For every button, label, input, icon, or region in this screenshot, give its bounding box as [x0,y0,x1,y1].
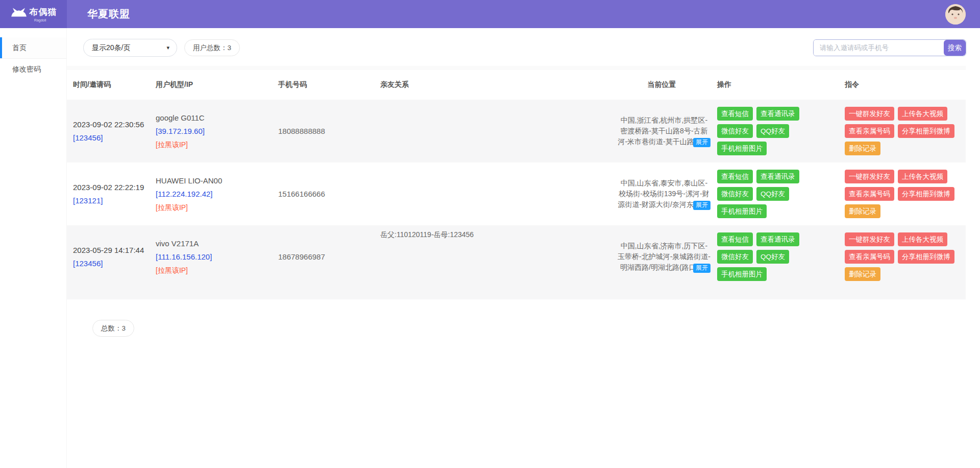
view-sms-button[interactable]: 查看短信 [717,107,753,121]
table-row: 2023-09-02 22:30:56 [123456] google G011… [67,100,966,162]
row-time: 2023-09-02 22:22:19 [73,181,144,194]
operations-group: 查看短信 查看通讯录 微信好友 QQ好友 手机相册图片 [717,232,837,281]
delete-record-button[interactable]: 删除记录 [845,204,880,218]
delete-record-button[interactable]: 删除记录 [845,142,880,155]
upload-videos-button[interactable]: 上传各大视频 [898,170,947,183]
view-relatives-button[interactable]: 查看亲属号码 [845,187,894,201]
col-commands: 指令 [839,68,966,100]
search-button[interactable]: 搜索 [944,40,966,56]
location-text: 中国,山东省,泰安市,泰山区-校场街-校场街139号-漯河-财源街道-财源大街/… [618,178,710,210]
phone-number: 15166166666 [278,190,325,198]
commands-group: 一键群发好友 上传各大视频 查看亲属号码 分享相册到微博 删除记录 [845,232,966,281]
view-contacts-button[interactable]: 查看通讯录 [756,232,799,246]
phone-number: 18088888888 [278,127,325,135]
sidebar-item-change-password[interactable]: 修改密码 [0,59,66,80]
sidebar-item-home[interactable]: 首页 [0,37,66,59]
ip-link[interactable]: [39.172.19.60] [156,125,267,138]
col-location: 当前位置 [611,68,711,100]
total-badge: 总数：3 [92,320,134,337]
page-size-select[interactable]: 显示20条/页 ▾ [83,39,177,57]
location-text: 中国,浙江省,杭州市,拱墅区-密渡桥路-莫干山路8号-古新河-米市巷街道-莫干山… [618,115,710,147]
share-album-weibo-button[interactable]: 分享相册到微博 [898,250,954,264]
view-relatives-button[interactable]: 查看亲属号码 [845,124,894,138]
row-time: 2023-05-29 14:17:44 [73,244,144,257]
logo-title: 布偶猫 [30,6,57,18]
device-model: HUAWEI LIO-AN00 [156,174,267,188]
operations-group: 查看短信 查看通讯录 微信好友 QQ好友 手机相册图片 [717,107,837,155]
commands-group: 一键群发好友 上传各大视频 查看亲属号码 分享相册到微博 删除记录 [845,170,966,218]
col-operations: 操作 [711,68,839,100]
sidebar-item-label: 首页 [12,43,27,53]
relation-text: 岳父:110120119-岳母:123456 [380,230,474,239]
view-sms-button[interactable]: 查看短信 [717,170,753,183]
phone-album-button[interactable]: 手机相册图片 [717,267,767,281]
upload-videos-button[interactable]: 上传各大视频 [898,107,947,121]
invite-code-link[interactable]: [123121] [73,194,144,207]
col-device-ip: 用户机型/IP [150,68,272,100]
wechat-friends-button[interactable]: 微信好友 [717,250,753,264]
expand-location-button[interactable]: 展开 [693,138,710,147]
qq-friends-button[interactable]: QQ好友 [756,187,789,201]
share-album-weibo-button[interactable]: 分享相册到微博 [898,187,954,201]
expand-location-button[interactable]: 展开 [693,201,710,210]
table-header-row: 时间/邀请码 用户机型/IP 手机号码 亲友关系 当前位置 操作 指令 [67,68,966,100]
phone-album-button[interactable]: 手机相册图片 [717,204,767,218]
col-phone: 手机号码 [272,68,374,100]
view-contacts-button[interactable]: 查看通讯录 [756,107,799,121]
main-content: 显示20条/页 ▾ 用户总数：3 搜索 [67,28,980,468]
share-album-weibo-button[interactable]: 分享相册到微博 [898,124,954,138]
device-model: google G011C [156,111,267,125]
user-avatar[interactable] [945,4,966,25]
blacklist-ip-link[interactable]: [拉黑该IP] [156,201,267,214]
row-time: 2023-09-02 22:30:56 [73,118,144,131]
location-text: 中国,山东省,济南市,历下区-玉带桥-北护城河-泉城路街道-明湖西路/明湖北路(… [618,241,710,273]
footer: 总数：3 [67,299,980,337]
mass-message-button[interactable]: 一键群发好友 [845,232,894,246]
mass-message-button[interactable]: 一键群发好友 [845,107,894,121]
expand-location-button[interactable]: 展开 [693,264,710,273]
qq-friends-button[interactable]: QQ好友 [756,250,789,264]
table-empty-strip [67,288,966,299]
device-model: vivo V2171A [156,237,267,250]
col-relation: 亲友关系 [374,68,611,100]
upload-videos-button[interactable]: 上传各大视频 [898,232,947,246]
user-total-text: 用户总数：3 [193,43,231,53]
ip-link[interactable]: [112.224.192.42] [156,188,267,201]
blacklist-ip-link[interactable]: [拉黑该IP] [156,138,267,151]
phone-number: 18678966987 [278,252,325,261]
page-size-value: 显示20条/页 [92,43,130,53]
invite-code-link[interactable]: [123456] [73,257,144,270]
invite-code-link[interactable]: [123456] [73,131,144,145]
operations-group: 查看短信 查看通讯录 微信好友 QQ好友 手机相册图片 [717,170,837,218]
search-input[interactable] [814,40,944,56]
sidebar-item-label: 修改密码 [12,65,41,74]
logo-subtitle: Ragdoll [34,18,46,22]
col-time-invite: 时间/邀请码 [67,68,150,100]
wechat-friends-button[interactable]: 微信好友 [717,124,753,138]
sidebar: 首页 修改密码 [0,28,67,468]
delete-record-button[interactable]: 删除记录 [845,267,880,281]
table-row: 2023-05-29 14:17:44 [123456] vivo V2171A… [67,225,966,288]
qq-friends-button[interactable]: QQ好友 [756,124,789,138]
mass-message-button[interactable]: 一键群发好友 [845,170,894,183]
blacklist-ip-link[interactable]: [拉黑该IP] [156,264,267,277]
toolbar: 显示20条/页 ▾ 用户总数：3 搜索 [67,28,980,66]
commands-group: 一键群发好友 上传各大视频 查看亲属号码 分享相册到微博 删除记录 [845,107,966,155]
total-text: 总数：3 [101,324,126,333]
logo-block[interactable]: 布偶猫 Ragdoll [0,0,67,28]
user-table-wrap: 时间/邀请码 用户机型/IP 手机号码 亲友关系 当前位置 操作 指令 2023… [67,66,980,299]
search-box: 搜索 [813,39,966,56]
view-contacts-button[interactable]: 查看通讯录 [756,170,799,183]
wechat-friends-button[interactable]: 微信好友 [717,187,753,201]
table-row: 2023-09-02 22:22:19 [123121] HUAWEI LIO-… [67,162,966,225]
user-total-badge: 用户总数：3 [184,39,240,56]
cat-logo-icon [10,7,28,17]
ip-link[interactable]: [111.16.156.120] [156,250,267,264]
page-title: 华夏联盟 [67,0,130,28]
view-sms-button[interactable]: 查看短信 [717,232,753,246]
phone-album-button[interactable]: 手机相册图片 [717,142,767,155]
user-table: 时间/邀请码 用户机型/IP 手机号码 亲友关系 当前位置 操作 指令 2023… [67,66,966,299]
chevron-down-icon: ▾ [166,44,169,51]
view-relatives-button[interactable]: 查看亲属号码 [845,250,894,264]
topbar: 布偶猫 Ragdoll 华夏联盟 [0,0,980,28]
